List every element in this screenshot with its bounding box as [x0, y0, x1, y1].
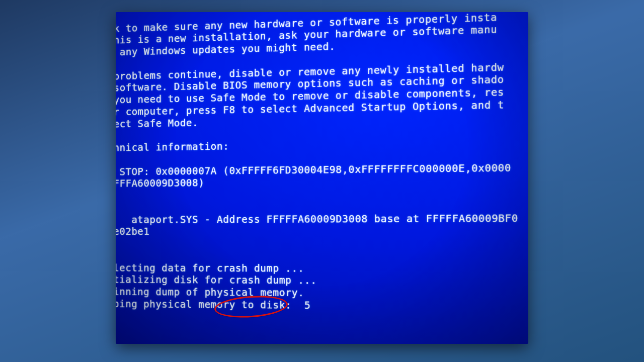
bsod-photo: hese steps: heck to make sure any new ha… — [116, 12, 528, 344]
bsod-line: 49e02be1 — [116, 224, 528, 238]
bsod-line — [116, 237, 528, 250]
bsod-line — [116, 250, 528, 263]
bsod-line: *** ataport.SYS - Address FFFFFA60009D30… — [116, 212, 528, 226]
bsod-line — [116, 199, 528, 214]
bsod-screen: hese steps: heck to make sure any new ha… — [116, 12, 528, 344]
bsod-line: Dumping physical memory to disk: 5 — [116, 298, 528, 314]
